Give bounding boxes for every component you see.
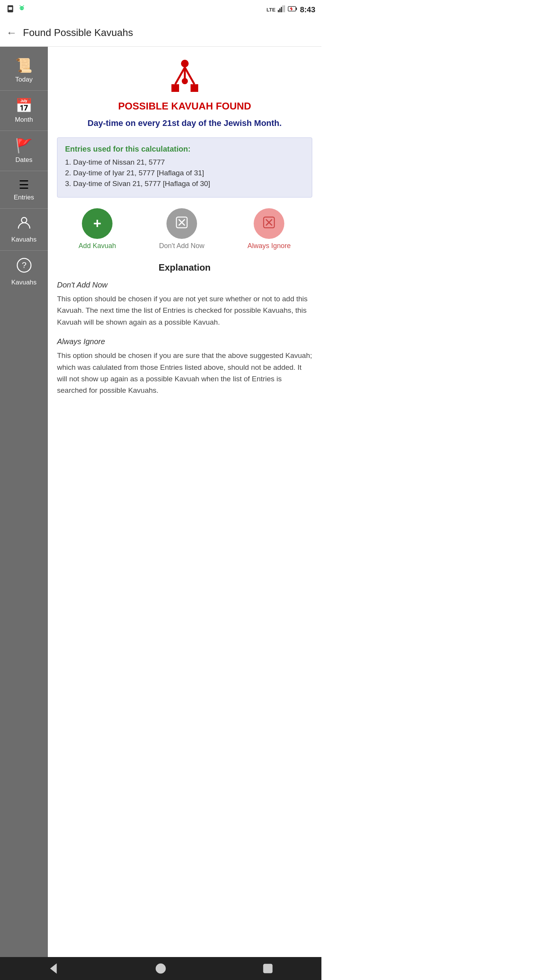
main-layout: 📜 Today 📅 Month 🚩 Dates ☰ Entries Kavuah… bbox=[0, 47, 321, 957]
sidebar-item-help[interactable]: ? Kavuahs bbox=[0, 251, 48, 293]
svg-text:?: ? bbox=[21, 260, 26, 270]
always-ignore-subtitle: Always Ignore bbox=[57, 337, 312, 346]
svg-rect-9 bbox=[281, 7, 282, 12]
app-bar-title: Found Possible Kavuahs bbox=[23, 27, 133, 39]
dont-add-label: Don't Add Now bbox=[159, 242, 205, 250]
explanation-title: Explanation bbox=[57, 262, 312, 273]
entries-list: 1. Day-time of Nissan 21, 5777 2. Day-ti… bbox=[65, 158, 304, 188]
sidebar-kavuahs-label: Kavuahs bbox=[11, 236, 36, 243]
add-icon: + bbox=[93, 216, 101, 232]
sidebar-item-today[interactable]: 📜 Today bbox=[0, 51, 48, 91]
always-ignore-body: This option should be chosen if you are … bbox=[57, 350, 312, 397]
svg-point-6 bbox=[23, 8, 23, 8]
entry-item-2: 2. Day-time of Iyar 21, 5777 [Haflaga of… bbox=[65, 169, 304, 177]
action-buttons: + Add Kavuah Don't Add Now bbox=[57, 208, 312, 250]
always-ignore-container[interactable]: Always Ignore bbox=[248, 208, 291, 250]
dont-add-container[interactable]: Don't Add Now bbox=[159, 208, 205, 250]
status-bar: LTE 8:43 bbox=[0, 0, 321, 19]
nav-back-button[interactable] bbox=[44, 959, 63, 978]
sidebar-item-entries[interactable]: ☰ Entries bbox=[0, 171, 48, 209]
sidebar-help-label: Kavuahs bbox=[11, 279, 36, 286]
nav-home-button[interactable] bbox=[151, 959, 170, 978]
add-kavuah-button[interactable]: + bbox=[82, 208, 112, 239]
svg-point-2 bbox=[20, 6, 24, 10]
dates-icon: 🚩 bbox=[15, 138, 33, 154]
entries-box: Entries used for this calculatation: 1. … bbox=[57, 137, 312, 198]
sidebar-dates-label: Dates bbox=[15, 156, 32, 164]
always-ignore-label: Always Ignore bbox=[248, 242, 291, 250]
help-icon: ? bbox=[16, 258, 32, 276]
today-icon: 📜 bbox=[15, 57, 33, 74]
status-bar-right: LTE 8:43 bbox=[266, 5, 315, 14]
sidebar-item-kavuahs[interactable]: Kavuahs bbox=[0, 209, 48, 251]
android-icon bbox=[18, 5, 26, 15]
nav-recent-button[interactable] bbox=[258, 959, 277, 978]
entries-icon: ☰ bbox=[19, 178, 29, 191]
sidebar-month-label: Month bbox=[15, 116, 33, 124]
signal-icon bbox=[278, 5, 285, 14]
dont-add-icon bbox=[175, 216, 189, 232]
svg-point-17 bbox=[21, 217, 27, 223]
svg-point-26 bbox=[182, 78, 188, 84]
lte-indicator: LTE bbox=[266, 7, 276, 13]
kavuah-subtitle: Day-time on every 21st day of the Jewish… bbox=[57, 118, 312, 128]
kavuah-network-icon bbox=[168, 58, 202, 93]
status-bar-left bbox=[6, 5, 26, 15]
entries-box-title: Entries used for this calculatation: bbox=[65, 145, 304, 154]
bottom-nav-bar bbox=[0, 957, 321, 980]
dont-add-subtitle: Don't Add Now bbox=[57, 281, 312, 289]
month-icon: 📅 bbox=[15, 98, 33, 114]
add-kavuah-label: Add Kavuah bbox=[78, 242, 116, 250]
svg-rect-1 bbox=[8, 7, 12, 10]
svg-rect-13 bbox=[296, 8, 297, 10]
svg-rect-21 bbox=[171, 84, 179, 92]
dont-add-button[interactable] bbox=[166, 208, 197, 239]
svg-rect-11 bbox=[284, 5, 285, 12]
svg-rect-10 bbox=[282, 5, 284, 12]
sidebar-entries-label: Entries bbox=[14, 194, 34, 201]
sim-card-icon bbox=[6, 5, 15, 15]
sidebar: 📜 Today 📅 Month 🚩 Dates ☰ Entries Kavuah… bbox=[0, 47, 48, 957]
sidebar-today-label: Today bbox=[15, 76, 33, 83]
kavuah-icon-container bbox=[57, 58, 312, 93]
kavuahs-icon bbox=[17, 216, 31, 234]
always-ignore-icon bbox=[262, 216, 276, 232]
back-button[interactable]: ← bbox=[6, 27, 17, 39]
svg-marker-29 bbox=[51, 964, 56, 973]
svg-point-20 bbox=[181, 60, 189, 67]
battery-icon bbox=[288, 6, 298, 14]
time-display: 8:43 bbox=[300, 5, 315, 14]
sidebar-item-month[interactable]: 📅 Month bbox=[0, 91, 48, 131]
add-kavuah-container[interactable]: + Add Kavuah bbox=[78, 208, 116, 250]
svg-point-5 bbox=[20, 8, 21, 8]
svg-rect-31 bbox=[264, 964, 272, 973]
entry-item-3: 3. Day-time of Sivan 21, 5777 [Haflaga o… bbox=[65, 180, 304, 188]
svg-line-4 bbox=[23, 5, 24, 6]
svg-rect-22 bbox=[191, 84, 198, 92]
content-area: POSSIBLE KAVUAH FOUND Day-time on every … bbox=[48, 47, 321, 957]
svg-line-3 bbox=[20, 5, 21, 6]
svg-point-30 bbox=[156, 964, 165, 973]
sidebar-item-dates[interactable]: 🚩 Dates bbox=[0, 131, 48, 171]
always-ignore-button[interactable] bbox=[254, 208, 284, 239]
entry-item-1: 1. Day-time of Nissan 21, 5777 bbox=[65, 158, 304, 167]
dont-add-body: This option should be chosen if you are … bbox=[57, 293, 312, 328]
possible-kavuah-title: POSSIBLE KAVUAH FOUND bbox=[57, 100, 312, 112]
app-bar: ← Found Possible Kavuahs bbox=[0, 19, 321, 47]
svg-rect-8 bbox=[279, 8, 280, 12]
svg-rect-7 bbox=[278, 10, 279, 12]
